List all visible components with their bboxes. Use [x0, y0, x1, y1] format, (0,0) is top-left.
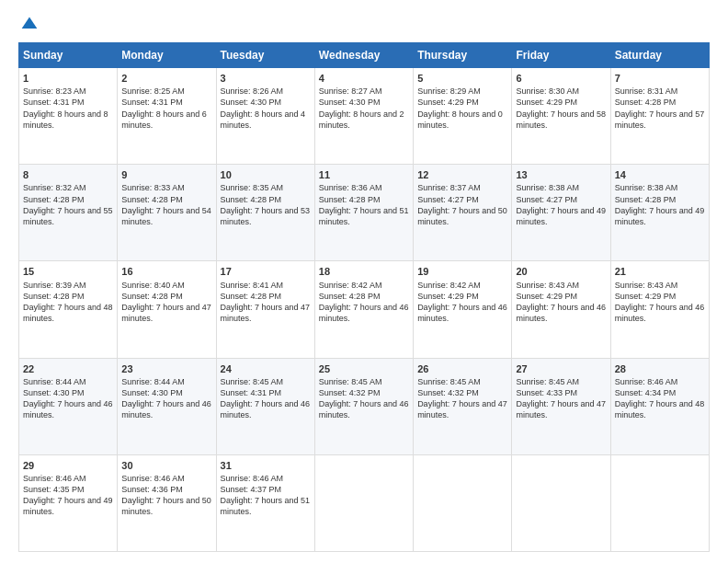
day-info: Sunrise: 8:31 AMSunset: 4:28 PMDaylight:… — [615, 86, 705, 131]
calendar-cell: 23Sunrise: 8:44 AMSunset: 4:30 PMDayligh… — [118, 358, 216, 454]
day-number: 27 — [516, 362, 606, 375]
calendar-cell: 22Sunrise: 8:44 AMSunset: 4:30 PMDayligh… — [19, 358, 118, 454]
day-number: 26 — [417, 362, 507, 375]
day-info: Sunrise: 8:35 AMSunset: 4:28 PMDaylight:… — [221, 182, 311, 227]
day-info: Sunrise: 8:46 AMSunset: 4:36 PMDaylight:… — [121, 473, 211, 518]
svg-marker-0 — [22, 17, 38, 29]
day-info: Sunrise: 8:42 AMSunset: 4:29 PMDaylight:… — [417, 280, 507, 325]
day-header-thursday: Thursday — [414, 43, 512, 68]
day-info: Sunrise: 8:46 AMSunset: 4:35 PMDaylight:… — [23, 473, 113, 518]
day-number: 22 — [23, 362, 113, 375]
day-number: 13 — [516, 168, 606, 181]
day-number: 23 — [121, 362, 211, 375]
day-number: 5 — [417, 72, 507, 85]
calendar-week-row: 29Sunrise: 8:46 AMSunset: 4:35 PMDayligh… — [19, 454, 710, 551]
calendar-cell: 7Sunrise: 8:31 AMSunset: 4:28 PMDaylight… — [610, 68, 709, 165]
day-info: Sunrise: 8:43 AMSunset: 4:29 PMDaylight:… — [615, 280, 705, 325]
day-info: Sunrise: 8:46 AMSunset: 4:37 PMDaylight:… — [221, 473, 311, 518]
calendar-week-row: 15Sunrise: 8:39 AMSunset: 4:28 PMDayligh… — [19, 261, 710, 358]
day-header-friday: Friday — [512, 43, 610, 68]
day-info: Sunrise: 8:43 AMSunset: 4:29 PMDaylight:… — [516, 280, 606, 325]
calendar-cell: 8Sunrise: 8:32 AMSunset: 4:28 PMDaylight… — [19, 165, 118, 261]
page: SundayMondayTuesdayWednesdayThursdayFrid… — [0, 0, 728, 563]
day-info: Sunrise: 8:45 AMSunset: 4:32 PMDaylight:… — [319, 376, 409, 421]
calendar-cell: 19Sunrise: 8:42 AMSunset: 4:29 PMDayligh… — [414, 261, 512, 358]
day-number: 16 — [121, 265, 211, 278]
calendar-header-row: SundayMondayTuesdayWednesdayThursdayFrid… — [19, 43, 710, 68]
day-number: 21 — [615, 265, 705, 278]
calendar-cell: 16Sunrise: 8:40 AMSunset: 4:28 PMDayligh… — [118, 261, 216, 358]
calendar-cell: 31Sunrise: 8:46 AMSunset: 4:37 PMDayligh… — [216, 454, 314, 551]
calendar-cell: 11Sunrise: 8:36 AMSunset: 4:28 PMDayligh… — [314, 165, 413, 261]
day-number: 12 — [417, 168, 507, 181]
day-header-sunday: Sunday — [19, 43, 118, 68]
day-header-saturday: Saturday — [610, 43, 709, 68]
day-info: Sunrise: 8:46 AMSunset: 4:34 PMDaylight:… — [615, 376, 705, 421]
day-info: Sunrise: 8:38 AMSunset: 4:27 PMDaylight:… — [516, 182, 606, 227]
day-number: 4 — [319, 72, 409, 85]
calendar-cell: 29Sunrise: 8:46 AMSunset: 4:35 PMDayligh… — [19, 454, 118, 551]
day-number: 8 — [23, 168, 113, 181]
day-info: Sunrise: 8:39 AMSunset: 4:28 PMDaylight:… — [23, 280, 113, 325]
calendar-cell: 1Sunrise: 8:23 AMSunset: 4:31 PMDaylight… — [19, 68, 118, 165]
calendar-cell: 9Sunrise: 8:33 AMSunset: 4:28 PMDaylight… — [118, 165, 216, 261]
day-info: Sunrise: 8:44 AMSunset: 4:30 PMDaylight:… — [23, 376, 113, 421]
calendar-week-row: 1Sunrise: 8:23 AMSunset: 4:31 PMDaylight… — [19, 68, 710, 165]
calendar-week-row: 22Sunrise: 8:44 AMSunset: 4:30 PMDayligh… — [19, 358, 710, 454]
calendar-cell: 18Sunrise: 8:42 AMSunset: 4:28 PMDayligh… — [314, 261, 413, 358]
day-number: 17 — [221, 265, 311, 278]
day-info: Sunrise: 8:27 AMSunset: 4:30 PMDaylight:… — [319, 86, 409, 131]
day-header-tuesday: Tuesday — [216, 43, 314, 68]
day-info: Sunrise: 8:45 AMSunset: 4:32 PMDaylight:… — [417, 376, 507, 421]
calendar-week-row: 8Sunrise: 8:32 AMSunset: 4:28 PMDaylight… — [19, 165, 710, 261]
calendar-cell: 28Sunrise: 8:46 AMSunset: 4:34 PMDayligh… — [610, 358, 709, 454]
day-number: 29 — [23, 459, 113, 472]
day-number: 28 — [615, 362, 705, 375]
day-number: 14 — [615, 168, 705, 181]
day-info: Sunrise: 8:26 AMSunset: 4:30 PMDaylight:… — [221, 86, 311, 131]
day-number: 20 — [516, 265, 606, 278]
day-info: Sunrise: 8:32 AMSunset: 4:28 PMDaylight:… — [23, 182, 113, 227]
calendar-cell: 25Sunrise: 8:45 AMSunset: 4:32 PMDayligh… — [314, 358, 413, 454]
calendar-cell: 6Sunrise: 8:30 AMSunset: 4:29 PMDaylight… — [512, 68, 610, 165]
day-number: 11 — [319, 168, 409, 181]
logo — [18, 15, 39, 33]
calendar-cell: 5Sunrise: 8:29 AMSunset: 4:29 PMDaylight… — [414, 68, 512, 165]
calendar-cell: 30Sunrise: 8:46 AMSunset: 4:36 PMDayligh… — [118, 454, 216, 551]
calendar-cell: 27Sunrise: 8:45 AMSunset: 4:33 PMDayligh… — [512, 358, 610, 454]
day-info: Sunrise: 8:29 AMSunset: 4:29 PMDaylight:… — [417, 86, 507, 131]
day-number: 3 — [221, 72, 311, 85]
day-number: 6 — [516, 72, 606, 85]
calendar-cell: 21Sunrise: 8:43 AMSunset: 4:29 PMDayligh… — [610, 261, 709, 358]
day-info: Sunrise: 8:40 AMSunset: 4:28 PMDaylight:… — [121, 280, 211, 325]
day-info: Sunrise: 8:37 AMSunset: 4:27 PMDaylight:… — [417, 182, 507, 227]
calendar-cell: 24Sunrise: 8:45 AMSunset: 4:31 PMDayligh… — [216, 358, 314, 454]
calendar-table: SundayMondayTuesdayWednesdayThursdayFrid… — [18, 42, 710, 552]
day-number: 31 — [221, 459, 311, 472]
calendar-cell — [512, 454, 610, 551]
calendar-cell: 20Sunrise: 8:43 AMSunset: 4:29 PMDayligh… — [512, 261, 610, 358]
day-header-wednesday: Wednesday — [314, 43, 413, 68]
day-number: 7 — [615, 72, 705, 85]
calendar-cell: 12Sunrise: 8:37 AMSunset: 4:27 PMDayligh… — [414, 165, 512, 261]
calendar-cell: 13Sunrise: 8:38 AMSunset: 4:27 PMDayligh… — [512, 165, 610, 261]
calendar-cell: 14Sunrise: 8:38 AMSunset: 4:28 PMDayligh… — [610, 165, 709, 261]
day-number: 25 — [319, 362, 409, 375]
calendar-body: 1Sunrise: 8:23 AMSunset: 4:31 PMDaylight… — [19, 68, 710, 552]
calendar-cell: 2Sunrise: 8:25 AMSunset: 4:31 PMDaylight… — [118, 68, 216, 165]
day-info: Sunrise: 8:36 AMSunset: 4:28 PMDaylight:… — [319, 182, 409, 227]
calendar-cell — [610, 454, 709, 551]
calendar-cell: 10Sunrise: 8:35 AMSunset: 4:28 PMDayligh… — [216, 165, 314, 261]
day-header-monday: Monday — [118, 43, 216, 68]
calendar-cell: 4Sunrise: 8:27 AMSunset: 4:30 PMDaylight… — [314, 68, 413, 165]
day-number: 10 — [221, 168, 311, 181]
day-info: Sunrise: 8:30 AMSunset: 4:29 PMDaylight:… — [516, 86, 606, 131]
calendar-cell: 15Sunrise: 8:39 AMSunset: 4:28 PMDayligh… — [19, 261, 118, 358]
day-number: 1 — [23, 72, 113, 85]
day-info: Sunrise: 8:25 AMSunset: 4:31 PMDaylight:… — [121, 86, 211, 131]
day-info: Sunrise: 8:38 AMSunset: 4:28 PMDaylight:… — [615, 182, 705, 227]
logo-icon — [20, 15, 39, 33]
day-info: Sunrise: 8:44 AMSunset: 4:30 PMDaylight:… — [121, 376, 211, 421]
calendar-cell: 3Sunrise: 8:26 AMSunset: 4:30 PMDaylight… — [216, 68, 314, 165]
day-info: Sunrise: 8:45 AMSunset: 4:31 PMDaylight:… — [221, 376, 311, 421]
